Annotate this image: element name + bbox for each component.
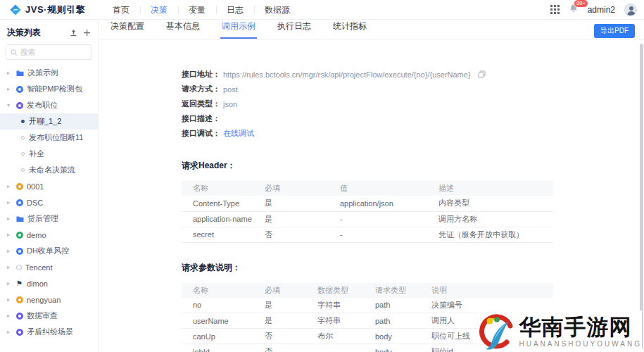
api-field-5: 接口调试：在线调试 (182, 126, 644, 141)
menu-item-2[interactable]: 决策 (140, 0, 178, 20)
app-icon (16, 329, 23, 336)
sidebar-item-9[interactable]: ▸Tencent (0, 259, 98, 275)
request-params-cell: path (364, 298, 420, 313)
sidebar-title: 决策列表 (7, 27, 41, 39)
request-header-head: 名称必填值描述 (182, 181, 553, 196)
vertical-scrollbar[interactable] (640, 44, 643, 349)
brand-title: JVS·规则引擎 (25, 4, 85, 16)
sidebar-item-label: 智能PMP检测包 (27, 84, 82, 94)
table-row: secret否-凭证（服务开放中获取） (182, 227, 553, 242)
menu-item-4[interactable]: 日志 (216, 0, 254, 20)
request-header-cell: secret (182, 227, 253, 242)
sidebar-item-label: 矛盾纠纷场景 (27, 327, 73, 337)
request-header-cell: 内容类型 (427, 196, 553, 211)
sidebar-item-label: 0001 (27, 182, 44, 191)
search-input[interactable] (20, 48, 87, 56)
request-params-cell: 是 (253, 298, 306, 313)
sidebar-item-6[interactable]: ▸贷后管理 (0, 210, 98, 227)
decision-tree: ▸决策示例▸智能PMP检测包▾发布职位开聊_1_2发布职位阻断11补全未命名决策… (0, 65, 98, 340)
export-pdf-button[interactable]: 导出PDF (594, 24, 635, 38)
flag-icon: ⚑ (16, 280, 23, 287)
sort-icon[interactable] (70, 29, 77, 37)
sidebar-item-1[interactable]: ▸决策示例 (0, 65, 98, 81)
request-header-cell: - (329, 211, 427, 227)
apps-grid-icon[interactable] (550, 5, 560, 14)
watermark-text: 华南手游网 HUANANSHOUYOUWANG (519, 315, 642, 348)
sidebar-item-label: dimon (27, 279, 48, 288)
sidebar-item-13[interactable]: ▸矛盾纠纷场景 (0, 324, 98, 340)
request-header-col-2: 必填 (253, 181, 329, 196)
dot-icon (21, 152, 25, 156)
sidebar-item-label: 贷后管理 (27, 213, 58, 224)
sidebar-item-5[interactable]: ▸DSC (0, 194, 98, 210)
sidebar-item-label: DH收单风控 (27, 246, 69, 256)
tab-5[interactable]: 统计指标 (332, 20, 368, 39)
api-field-label: 接口描述： (182, 113, 220, 124)
api-fields: 接口地址：https://rules.bctools.cn/mgr/rsk/ap… (182, 67, 644, 141)
app-icon (16, 199, 23, 206)
avatar[interactable] (624, 4, 637, 16)
sidebar-subitem-3-3[interactable]: 补全 (0, 146, 98, 162)
add-icon[interactable] (83, 29, 91, 37)
sidebar-item-label: 数据审查 (27, 310, 58, 321)
api-field-1: 接口地址：https://rules.bctools.cn/mgr/rsk/ap… (182, 67, 644, 82)
app-icon (16, 102, 23, 109)
api-field-3: 返回类型：json (182, 96, 644, 111)
sidebar-item-label: nengyuan (27, 296, 61, 304)
request-params-cell: 布尔 (306, 329, 364, 344)
sidebar-subitem-3-4[interactable]: 未命名决策流 (0, 162, 98, 178)
caret-icon: ▸ (7, 296, 13, 303)
request-header-body: Content-Type是application/json内容类型applica… (182, 196, 553, 242)
sidebar-search (6, 44, 92, 60)
online-debug-link[interactable]: 在线调试 (223, 128, 254, 139)
tab-4[interactable]: 执行日志 (276, 20, 312, 39)
caret-icon: ▸ (7, 70, 13, 76)
sidebar-actions (70, 29, 91, 37)
sidebar-item-3[interactable]: ▾发布职位 (0, 97, 98, 113)
sidebar-item-8[interactable]: ▸DH收单风控 (0, 243, 98, 259)
request-header-header-row: 名称必填值描述 (182, 181, 553, 196)
caret-icon: ▸ (7, 232, 13, 238)
sidebar-item-10[interactable]: ▸⚑dimon (0, 275, 98, 291)
request-header-cell: 调用方名称 (427, 211, 553, 227)
request-params-cell: 字符串 (306, 313, 364, 329)
navbar-right: 99+ admin2 (550, 4, 637, 16)
sidebar-item-4[interactable]: ▸0001 (0, 178, 98, 194)
folder-icon (16, 215, 24, 222)
request-params-col-2: 必填 (253, 283, 306, 298)
api-field-value: json (223, 100, 237, 108)
sidebar-item-12[interactable]: ▸数据审查 (0, 308, 98, 324)
sidebar-item-7[interactable]: ▸demo (0, 227, 98, 243)
menu-item-3[interactable]: 变量 (178, 0, 216, 20)
request-params-cell: 字符串 (306, 298, 364, 313)
sidebar-item-11[interactable]: ▸nengyuan (0, 291, 98, 308)
sidebar-item-label: DSC (27, 199, 43, 207)
folder-icon (16, 70, 24, 77)
copy-icon[interactable] (478, 70, 486, 78)
tab-1[interactable]: 决策配置 (109, 20, 146, 39)
request-params-cell: canUp (182, 329, 253, 344)
sidebar-item-label: 发布职位 (27, 100, 58, 111)
username[interactable]: admin2 (588, 5, 615, 15)
request-header-title: 请求Header： (182, 160, 644, 172)
tab-3[interactable]: 调用示例 (220, 20, 257, 39)
menu-item-5[interactable]: 数据源 (254, 0, 301, 20)
caret-icon: ▾ (7, 102, 13, 108)
sidebar-item-2[interactable]: ▸智能PMP检测包 (0, 81, 98, 97)
notifications[interactable]: 99+ (569, 4, 579, 16)
request-header-cell: 是 (253, 196, 329, 211)
request-params-col-5: 说明 (420, 283, 553, 298)
request-params-cell: 否 (253, 344, 306, 352)
menu-item-1[interactable]: 首页 (102, 0, 140, 20)
watermark-subtitle: HUANANSHOUYOUWANG (519, 340, 642, 348)
sidebar-item-label: demo (27, 231, 46, 239)
tab-2[interactable]: 基本信息 (165, 20, 201, 39)
request-header-col-3: 值 (329, 181, 427, 196)
request-header-cell: 否 (253, 227, 329, 242)
request-header-cell: 是 (253, 211, 329, 227)
api-field-label: 接口调试： (182, 128, 220, 139)
request-header-cell: Content-Type (182, 196, 253, 211)
sidebar-subitem-3-1[interactable]: 开聊_1_2 (0, 113, 98, 130)
sidebar-subitem-3-2[interactable]: 发布职位阻断11 (0, 130, 98, 146)
caret-icon: ▸ (7, 313, 13, 319)
